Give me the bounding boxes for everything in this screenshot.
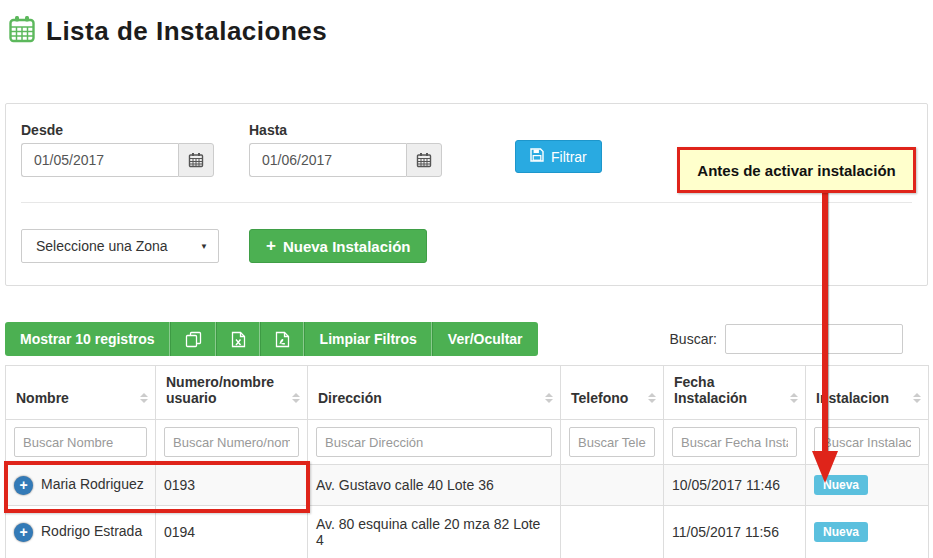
cell-fecha-instalacion: 10/05/2017 11:46: [664, 465, 806, 506]
copy-button[interactable]: [171, 322, 217, 356]
cell-fecha-instalacion: 11/05/2017 11:56: [664, 506, 806, 558]
filter-nombre-input[interactable]: [14, 427, 147, 457]
desde-input[interactable]: [21, 143, 178, 177]
installations-page: Lista de Instalaciones Desde: [0, 0, 933, 558]
calendar-icon: [8, 15, 36, 47]
sort-icon[interactable]: [292, 393, 300, 403]
hasta-input[interactable]: [249, 143, 406, 177]
zona-select-value: Seleccione una Zona: [36, 238, 168, 254]
cell-numero-usuario: 0194: [156, 506, 308, 558]
filter-panel: Desde Hasta: [5, 103, 928, 286]
column-header-numero-usuario[interactable]: Numero/nombre usuario: [156, 366, 308, 420]
pdf-export-button[interactable]: [261, 322, 305, 356]
status-badge[interactable]: Nueva: [814, 522, 868, 542]
column-header-nombre[interactable]: Nombre: [6, 366, 156, 420]
hasta-calendar-button[interactable]: [406, 143, 442, 177]
desde-label: Desde: [21, 122, 214, 138]
expand-row-icon[interactable]: +: [14, 476, 33, 495]
caret-down-icon: ▼: [200, 242, 208, 251]
search-input[interactable]: [725, 324, 903, 354]
search-label: Buscar:: [670, 331, 717, 347]
limpiar-filtros-button[interactable]: Limpiar Filtros: [305, 322, 433, 356]
cell-direccion: Av. 80 esquina calle 20 mza 82 Lote 4: [308, 506, 561, 558]
excel-export-icon: [231, 331, 246, 348]
cell-telefono: [561, 465, 664, 506]
column-header-fecha-instalacion[interactable]: Fecha Instalación: [664, 366, 806, 420]
nueva-instalacion-button[interactable]: + Nueva Instalación: [249, 229, 427, 263]
column-label: Fecha Instalación: [674, 374, 747, 406]
column-label: Dirección: [318, 390, 382, 406]
column-label: Telefono: [571, 390, 628, 406]
expand-row-icon[interactable]: +: [14, 523, 33, 542]
filter-numero-usuario-input[interactable]: [164, 427, 299, 457]
table-controls: Mostrar 10 registros: [5, 322, 928, 356]
header-row: Nombre Numero/nombre usuario Dirección T…: [6, 366, 929, 420]
column-filter-row: [6, 420, 929, 465]
annotation-text: Antes de activar instalación: [697, 162, 895, 179]
filtrar-button[interactable]: Filtrar: [515, 140, 602, 173]
cell-nombre: Maria Rodriguez: [41, 476, 144, 492]
sort-icon[interactable]: [545, 393, 553, 403]
cell-numero-usuario: 0193: [156, 465, 308, 506]
table-row: +Maria Rodriguez 0193 Av. Gustavo calle …: [6, 465, 929, 506]
calendar-icon: [188, 152, 204, 168]
desde-field: Desde: [21, 122, 214, 177]
sort-icon[interactable]: [913, 393, 921, 403]
annotation-arrow-line: [822, 193, 828, 451]
copy-icon: [185, 331, 202, 348]
table-row: +Rodrigo Estrada 0194 Av. 80 esquina cal…: [6, 506, 929, 558]
filter-direccion-input[interactable]: [316, 427, 552, 457]
filter-telefono-input[interactable]: [569, 427, 655, 457]
cell-direccion: Av. Gustavo calle 40 Lote 36: [308, 465, 561, 506]
global-search: Buscar:: [670, 324, 903, 354]
sort-icon[interactable]: [648, 393, 656, 403]
ver-ocultar-button[interactable]: Ver/Ocultar: [433, 322, 538, 356]
hasta-field: Hasta: [249, 122, 442, 177]
page-title: Lista de Instalaciones: [46, 16, 327, 47]
mostrar-registros-button[interactable]: Mostrar 10 registros: [5, 322, 171, 356]
calendar-icon: [416, 152, 432, 168]
zona-select[interactable]: Seleccione una Zona ▼: [21, 229, 219, 263]
annotation-arrow-head: [812, 451, 838, 483]
plus-icon: +: [266, 236, 276, 256]
nueva-instalacion-label: Nueva Instalación: [283, 238, 411, 255]
sort-icon[interactable]: [140, 393, 148, 403]
column-header-direccion[interactable]: Dirección: [308, 366, 561, 420]
filter-fecha-instalacion-input[interactable]: [672, 427, 797, 457]
table-toolbar: Mostrar 10 registros: [5, 322, 538, 356]
filtrar-label: Filtrar: [551, 149, 587, 165]
panel-divider: [21, 202, 912, 203]
hasta-label: Hasta: [249, 122, 442, 138]
column-label: Numero/nombre usuario: [166, 374, 274, 406]
sort-icon[interactable]: [790, 393, 798, 403]
installations-table: Nombre Numero/nombre usuario Dirección T…: [5, 365, 929, 558]
page-header: Lista de Instalaciones: [0, 0, 933, 48]
pdf-export-icon: [275, 331, 290, 348]
cell-nombre: Rodrigo Estrada: [41, 523, 142, 539]
annotation-callout: Antes de activar instalación: [677, 147, 916, 193]
column-header-telefono[interactable]: Telefono: [561, 366, 664, 420]
save-icon: [530, 148, 544, 165]
column-label: Nombre: [16, 390, 69, 406]
cell-telefono: [561, 506, 664, 558]
desde-calendar-button[interactable]: [178, 143, 214, 177]
excel-export-button[interactable]: [217, 322, 261, 356]
